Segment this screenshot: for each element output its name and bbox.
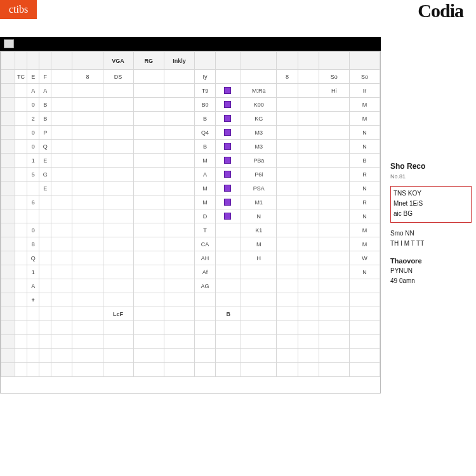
cell[interactable] (15, 349, 27, 363)
cell[interactable] (133, 223, 164, 237)
cell[interactable] (72, 335, 103, 349)
cell[interactable] (319, 182, 349, 195)
cell[interactable] (103, 168, 133, 182)
cell[interactable] (72, 154, 103, 168)
cell[interactable] (72, 307, 103, 321)
cell[interactable]: 8 (72, 70, 103, 84)
cell[interactable]: B (349, 154, 380, 168)
cell[interactable] (216, 98, 241, 112)
table-row[interactable] (1, 363, 380, 377)
cell[interactable]: Q (27, 251, 39, 265)
cell[interactable] (103, 98, 133, 112)
cell[interactable] (72, 140, 103, 154)
cell[interactable] (319, 112, 349, 126)
cell[interactable] (298, 335, 319, 349)
cell[interactable] (216, 168, 241, 182)
cell[interactable]: KG (241, 112, 277, 126)
cell[interactable] (216, 84, 241, 98)
cell[interactable] (15, 265, 27, 279)
cell[interactable]: 8 (27, 237, 39, 251)
cell[interactable] (277, 168, 298, 182)
cell[interactable] (39, 209, 51, 223)
table-row[interactable]: 0PQ4M3N (1, 126, 380, 140)
cell[interactable] (133, 209, 164, 223)
cell[interactable] (277, 307, 298, 321)
cell[interactable] (27, 307, 39, 321)
cell[interactable] (103, 84, 133, 98)
cell[interactable] (133, 293, 164, 307)
cell[interactable] (103, 363, 133, 377)
cell[interactable]: N (349, 182, 380, 195)
table-row[interactable]: 0QBM3N (1, 140, 380, 154)
cell[interactable] (103, 279, 133, 293)
cell[interactable]: T9 (194, 84, 215, 98)
cell[interactable] (164, 112, 194, 126)
cell[interactable] (51, 168, 72, 182)
cell[interactable] (72, 251, 103, 265)
cell[interactable] (319, 140, 349, 154)
table-row[interactable] (1, 349, 380, 363)
cell[interactable] (164, 363, 194, 377)
cell[interactable] (319, 223, 349, 237)
cell[interactable] (277, 279, 298, 293)
cell[interactable] (51, 349, 72, 363)
cell[interactable] (319, 209, 349, 223)
cell[interactable]: AG (194, 279, 215, 293)
cell[interactable] (72, 112, 103, 126)
cell[interactable] (51, 293, 72, 307)
cell[interactable] (72, 265, 103, 279)
cell[interactable] (39, 251, 51, 265)
col-header[interactable] (277, 52, 298, 70)
cell[interactable] (349, 293, 380, 307)
cell[interactable] (103, 195, 133, 209)
cell[interactable]: M (241, 237, 277, 251)
cell[interactable] (72, 321, 103, 335)
cell[interactable] (164, 126, 194, 140)
cell[interactable] (72, 363, 103, 377)
cell[interactable] (241, 70, 277, 84)
cell[interactable] (298, 126, 319, 140)
cell[interactable] (319, 307, 349, 321)
cell[interactable] (39, 293, 51, 307)
cell[interactable] (319, 251, 349, 265)
cell[interactable] (194, 293, 215, 307)
cell[interactable] (103, 223, 133, 237)
cell[interactable] (103, 154, 133, 168)
cell[interactable] (72, 279, 103, 293)
cell[interactable] (319, 168, 349, 182)
cell[interactable] (277, 98, 298, 112)
table-row[interactable]: AAT9M:RaHiIr (1, 84, 380, 98)
cell[interactable] (164, 98, 194, 112)
cell[interactable]: M3 (241, 126, 277, 140)
cell[interactable]: N (241, 209, 277, 223)
col-header[interactable] (241, 52, 277, 70)
cell[interactable]: R (349, 195, 380, 209)
cell[interactable] (349, 307, 380, 321)
cell[interactable] (216, 154, 241, 168)
cell[interactable] (319, 265, 349, 279)
cell[interactable]: P (39, 126, 51, 140)
cell[interactable]: TC (15, 70, 27, 84)
cell[interactable] (15, 279, 27, 293)
cell[interactable] (133, 307, 164, 321)
table-row[interactable]: AAG (1, 279, 380, 293)
cell[interactable] (15, 363, 27, 377)
cell[interactable] (298, 349, 319, 363)
cell[interactable] (319, 335, 349, 349)
cell[interactable] (298, 182, 319, 195)
cell[interactable] (51, 140, 72, 154)
cell[interactable] (39, 265, 51, 279)
cell[interactable] (51, 195, 72, 209)
table-row[interactable]: + (1, 293, 380, 307)
cell[interactable] (164, 182, 194, 195)
cell[interactable] (277, 321, 298, 335)
cell[interactable]: M (194, 154, 215, 168)
cell[interactable]: N (349, 265, 380, 279)
cell[interactable] (298, 70, 319, 84)
table-row[interactable]: TCEF8DSIy8SoSo (1, 70, 380, 84)
cell[interactable] (133, 363, 164, 377)
cell[interactable]: Af (194, 265, 215, 279)
cell[interactable] (51, 223, 72, 237)
cell[interactable] (103, 293, 133, 307)
cell[interactable] (133, 335, 164, 349)
